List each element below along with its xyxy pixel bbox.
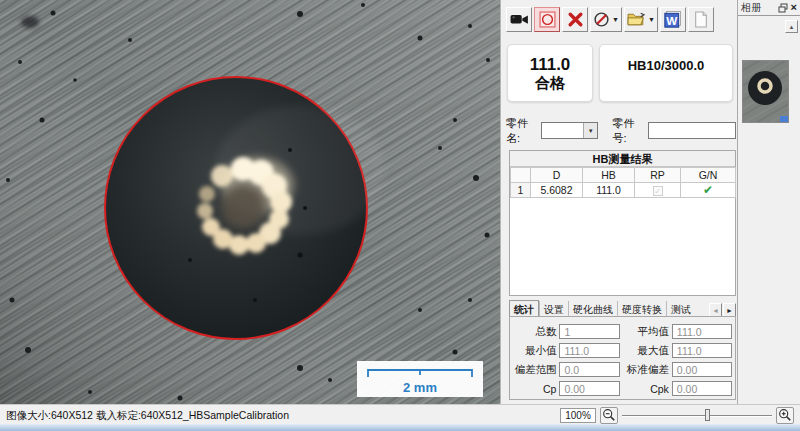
stat-total-label: 总数 — [513, 325, 559, 339]
zoom-slider[interactable] — [622, 408, 772, 422]
album-title: 相册 — [741, 1, 778, 15]
stat-max-value: 111.0 — [672, 343, 732, 358]
status-bar: 图像大小:640X512 载入标定:640X512_HBSampleCalibr… — [0, 404, 800, 424]
part-name-label: 零件名: — [506, 116, 538, 146]
stat-mean-value: 111.0 — [672, 324, 732, 339]
part-number-label: 零件号: — [613, 116, 645, 146]
scroll-up-icon[interactable]: ▲ — [785, 20, 798, 33]
microscope-image-viewport[interactable]: 2 mm — [0, 0, 500, 404]
thumbnail-image — [743, 61, 788, 122]
stat-min-label: 最小值 — [513, 344, 559, 358]
dropdown-caret-icon: ▼ — [648, 16, 655, 23]
tab-hardening-curve[interactable]: 硬化曲线 — [568, 301, 617, 317]
results-table: D HB RP G/N 1 5.6082 111.0 ✓ ✔ — [510, 167, 736, 198]
export-word-button[interactable]: W — [660, 7, 686, 32]
camera-icon — [510, 11, 529, 27]
no-entry-icon — [593, 11, 610, 28]
col-hb: HB — [583, 168, 635, 183]
album-title-bar: 相册 × — [738, 0, 800, 16]
zoom-level: 100% — [560, 408, 596, 423]
zoom-in-button[interactable] — [776, 407, 794, 424]
svg-text:W: W — [667, 13, 678, 26]
stat-stddev-label: 标准偏差 — [625, 363, 671, 377]
stat-range-value: 0.0 — [559, 362, 619, 377]
window-bottom-edge — [0, 424, 800, 431]
tab-scroll-right-icon[interactable]: ► — [723, 303, 736, 317]
zoom-controls: 100% — [560, 406, 794, 424]
part-name-combobox[interactable]: ▼ — [541, 122, 598, 139]
new-document-icon — [693, 11, 709, 28]
stat-stddev-value: 0.00 — [672, 362, 732, 377]
test-scale-box: HB10/3000.0 — [599, 44, 733, 102]
float-window-icon[interactable] — [778, 3, 788, 13]
col-rp: RP — [635, 168, 681, 183]
verdict-label: 合格 — [535, 74, 565, 91]
magnifier-plus-icon — [778, 408, 792, 422]
indentation-image: 2 mm — [0, 0, 500, 404]
stat-range-label: 偏差范围 — [513, 363, 559, 377]
statistics-panel: 总数 1 平均值 111.0 最小值 111.0 最大值 111.0 偏差范围 … — [509, 316, 736, 400]
results-table-header: D HB RP G/N — [511, 168, 736, 183]
pass-check-icon: ✔ — [703, 183, 713, 197]
scale-bar-label: 2 mm — [403, 380, 437, 395]
part-number-input[interactable] — [648, 122, 736, 139]
results-table-title: HB测量结果 — [510, 151, 735, 167]
album-panel: 相册 × ▲ — [737, 0, 800, 404]
table-row[interactable]: 1 5.6082 111.0 ✓ ✔ — [511, 183, 736, 198]
stat-cpk-value: 0.00 — [672, 381, 732, 396]
album-thumbnail[interactable] — [742, 60, 789, 123]
tab-hardness-conversion[interactable]: 硬度转换 — [617, 301, 666, 317]
stat-cp-label: Cp — [513, 383, 559, 395]
disable-tool-button[interactable]: ▼ — [590, 7, 622, 32]
stat-min-value: 111.0 — [559, 343, 619, 358]
hardness-value: 111.0 — [530, 55, 571, 75]
dropdown-caret-icon: ▼ — [612, 16, 619, 23]
rp-checkbox[interactable]: ✓ — [653, 186, 663, 196]
circle-tool-icon — [539, 11, 556, 28]
tab-strip: 统计 设置 硬化曲线 硬度转换 测试 ◄ ► — [509, 300, 736, 317]
close-icon[interactable]: × — [791, 2, 797, 13]
magnifier-minus-icon — [602, 408, 616, 422]
stat-max-label: 最大值 — [625, 344, 671, 358]
capture-button[interactable] — [506, 7, 532, 32]
hardness-result-box: 111.0 合格 — [507, 44, 593, 102]
part-info-row: 零件名: ▼ 零件号: — [506, 121, 736, 140]
zoom-out-button[interactable] — [600, 407, 618, 424]
stat-cp-value: 0.00 — [559, 381, 619, 396]
tab-settings[interactable]: 设置 — [539, 301, 568, 317]
toolbar: ▼ ▼ W — [506, 6, 714, 32]
chevron-down-icon[interactable]: ▼ — [583, 123, 597, 138]
result-row: 111.0 合格 HB10/3000.0 — [507, 44, 733, 102]
tab-statistics[interactable]: 统计 — [509, 300, 539, 317]
open-folder-icon — [627, 12, 646, 27]
row-index: 1 — [511, 183, 531, 198]
word-export-icon: W — [664, 11, 681, 28]
stat-cpk-label: Cpk — [625, 383, 671, 395]
delete-button[interactable] — [562, 7, 588, 32]
circle-measure-button[interactable] — [534, 7, 560, 32]
stat-total-value: 1 — [559, 324, 619, 339]
col-gn: G/N — [681, 168, 736, 183]
open-file-button[interactable]: ▼ — [624, 7, 658, 32]
hb-value: 111.0 — [583, 183, 635, 198]
scale-bar: 2 mm — [357, 361, 483, 397]
measurement-panel: ▼ ▼ W — [500, 0, 737, 404]
tab-scroll-left-icon[interactable]: ◄ — [709, 303, 722, 317]
new-document-button[interactable] — [688, 7, 714, 32]
stat-mean-label: 平均值 — [625, 325, 671, 339]
col-d: D — [531, 168, 583, 183]
delete-x-icon — [567, 11, 584, 28]
status-info: 图像大小:640X512 载入标定:640X512_HBSampleCalibr… — [6, 409, 289, 423]
app-window: 2 mm — [0, 0, 800, 431]
diameter-value: 5.6082 — [531, 183, 583, 198]
results-table-section: HB测量结果 D HB RP G/N 1 5.6082 111.0 ✓ ✔ — [509, 150, 736, 296]
zoom-slider-handle[interactable] — [705, 409, 710, 421]
tab-test[interactable]: 测试 — [666, 301, 695, 317]
